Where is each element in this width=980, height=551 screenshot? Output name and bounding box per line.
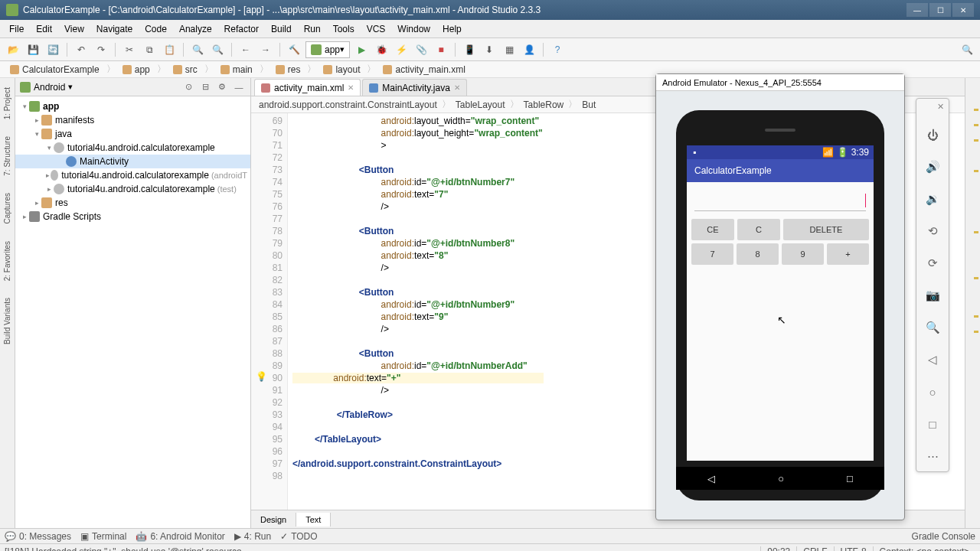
tool-favorites[interactable]: 2: Favorites <box>2 236 13 285</box>
menu-help[interactable]: Help <box>436 21 468 37</box>
back-icon[interactable]: ◁ <box>923 350 942 369</box>
design-tab[interactable]: Design <box>251 513 296 527</box>
tree-pkg2[interactable]: ▸tutorial4u.android.calculatorexample(an… <box>15 168 250 182</box>
structure-icon[interactable]: ▦ <box>501 41 518 58</box>
tree-mainactivity[interactable]: MainActivity <box>15 155 250 168</box>
paste-icon[interactable]: 📋 <box>161 41 178 58</box>
replace-icon[interactable]: 🔍 <box>209 41 226 58</box>
btn-plus[interactable]: + <box>827 243 869 265</box>
gradle-console-tool[interactable]: Gradle Console <box>912 531 975 542</box>
sdk-icon[interactable]: ⬇ <box>481 41 498 58</box>
forward-icon[interactable]: → <box>257 41 274 58</box>
btn-c[interactable]: C <box>737 219 780 240</box>
camera-icon[interactable]: 📷 <box>923 286 942 305</box>
btn-ce[interactable]: CE <box>691 219 734 240</box>
crumb-main[interactable]: main <box>215 62 258 77</box>
volume-down-icon[interactable]: 🔉 <box>923 190 942 208</box>
tree-pkg1[interactable]: ▾tutorial4u.android.calculatorexample <box>15 141 250 155</box>
tool-captures[interactable]: Captures <box>2 188 13 229</box>
back-icon[interactable]: ← <box>237 41 254 58</box>
menu-window[interactable]: Window <box>391 21 436 37</box>
undo-icon[interactable]: ↶ <box>73 41 90 58</box>
emu-close-icon[interactable]: ✕ <box>937 102 944 112</box>
crumb-layout[interactable]: layout <box>318 62 365 77</box>
save-icon[interactable]: 💾 <box>24 41 41 58</box>
rotate-right-icon[interactable]: ⟳ <box>923 254 942 272</box>
scroll-to-source-icon[interactable]: ⊙ <box>181 80 195 94</box>
tree-java[interactable]: ▾java <box>15 127 250 141</box>
help-icon[interactable]: ? <box>549 41 566 58</box>
crumb-button[interactable]: But <box>579 99 599 111</box>
intention-bulb-icon[interactable]: 💡 <box>256 370 267 383</box>
crumb-tablelayout[interactable]: TableLayout <box>452 99 508 111</box>
nav-home[interactable]: ○ <box>778 473 784 484</box>
terminal-tool[interactable]: ▣ Terminal <box>80 531 126 542</box>
line-gutter[interactable]: 6970717273747576777879808182838485868788… <box>251 113 288 510</box>
tree-gradle[interactable]: ▸Gradle Scripts <box>15 210 250 223</box>
tree-res[interactable]: ▸res <box>15 196 250 210</box>
home-icon[interactable]: ○ <box>923 383 942 401</box>
find-icon[interactable]: 🔍 <box>189 41 206 58</box>
close-tab-icon[interactable]: ✕ <box>454 83 460 92</box>
make-icon[interactable]: 🔨 <box>286 41 302 58</box>
power-icon[interactable]: ⏻ <box>923 126 942 144</box>
tab-mainactivity[interactable]: MainActivity.java✕ <box>362 79 466 96</box>
crumb-src[interactable]: src <box>168 62 203 77</box>
minimize-button[interactable]: — <box>906 3 928 17</box>
menu-tools[interactable]: Tools <box>327 21 361 37</box>
copy-icon[interactable]: ⧉ <box>141 41 158 58</box>
nav-recents[interactable]: □ <box>847 473 853 484</box>
crumb-constraint[interactable]: android.support.constraint.ConstraintLay… <box>256 99 440 111</box>
cut-icon[interactable]: ✂ <box>121 41 138 58</box>
open-icon[interactable]: 📂 <box>5 41 21 58</box>
menu-file[interactable]: File <box>3 21 30 37</box>
tool-structure[interactable]: 7: Structure <box>2 132 13 181</box>
redo-icon[interactable]: ↷ <box>93 41 109 58</box>
caret-position[interactable]: 90:33 <box>760 546 796 552</box>
tree-app[interactable]: ▾app <box>15 99 250 113</box>
crumb-app[interactable]: app <box>117 62 155 77</box>
overview-icon[interactable]: □ <box>923 415 942 433</box>
crumb-project[interactable]: CalculatorExample <box>5 62 105 77</box>
profiler-icon[interactable]: 👤 <box>521 41 537 58</box>
menu-analyze[interactable]: Analyze <box>173 21 218 37</box>
android-monitor-tool[interactable]: 🤖 6: Android Monitor <box>136 531 224 542</box>
search-icon[interactable]: 🔍 <box>959 41 975 58</box>
zoom-icon[interactable]: 🔍 <box>923 318 942 337</box>
avd-icon[interactable]: 📱 <box>461 41 478 58</box>
run-icon[interactable]: ▶ <box>353 41 370 58</box>
menu-run[interactable]: Run <box>298 21 327 37</box>
btn-delete[interactable]: DELETE <box>783 219 869 240</box>
stop-icon[interactable]: ■ <box>433 41 449 58</box>
crumb-res[interactable]: res <box>270 62 306 77</box>
menu-build[interactable]: Build <box>265 21 298 37</box>
phone-screen[interactable]: ▪ 📶 🔋 3:39 CalculatorExample CE C DELETE <box>687 145 874 461</box>
menu-vcs[interactable]: VCS <box>361 21 392 37</box>
emulator-window[interactable]: Android Emulator - Nexus_4_API_25:5554 ▪… <box>655 73 905 520</box>
collapse-all-icon[interactable]: ⊟ <box>198 80 212 94</box>
tool-build-variants[interactable]: Build Variants <box>2 293 13 349</box>
menu-navigate[interactable]: Navigate <box>90 21 139 37</box>
messages-tool[interactable]: 💬 0: Messages <box>5 531 71 542</box>
menu-edit[interactable]: Edit <box>30 21 58 37</box>
btn-7[interactable]: 7 <box>691 243 733 265</box>
crumb-file[interactable]: activity_main.xml <box>377 62 470 77</box>
debug-icon[interactable]: 🐞 <box>373 41 390 58</box>
rotate-left-icon[interactable]: ⟲ <box>923 222 942 240</box>
encoding[interactable]: UTF-8 <box>834 546 873 552</box>
settings-icon[interactable]: ⚙ <box>215 80 229 94</box>
close-tab-icon[interactable]: ✕ <box>348 83 354 92</box>
hide-icon[interactable]: — <box>232 80 246 94</box>
more-icon[interactable]: ⋯ <box>923 447 942 465</box>
project-tree[interactable]: ▾app ▸manifests ▾java ▾tutorial4u.androi… <box>15 96 250 528</box>
close-button[interactable]: ✕ <box>952 3 974 17</box>
btn-9[interactable]: 9 <box>782 243 824 265</box>
tree-manifests[interactable]: ▸manifests <box>15 113 250 127</box>
sync-icon[interactable]: 🔄 <box>44 41 61 58</box>
todo-tool[interactable]: ✓ TODO <box>280 531 317 542</box>
text-tab[interactable]: Text <box>296 513 331 527</box>
tab-activity-main[interactable]: activity_main.xml✕ <box>254 79 361 96</box>
maximize-button[interactable]: ☐ <box>929 3 951 17</box>
tree-pkg3[interactable]: ▸tutorial4u.android.calculatorexample(te… <box>15 182 250 196</box>
crumb-tablerow[interactable]: TableRow <box>521 99 567 111</box>
